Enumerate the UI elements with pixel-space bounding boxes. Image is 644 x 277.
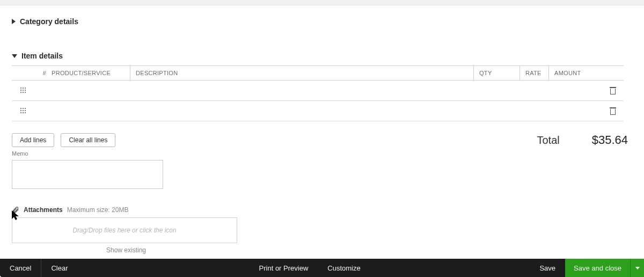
clear-all-lines-button[interactable]: Clear all lines <box>61 133 115 147</box>
form-content: Category details Item details # PRODUCT/… <box>0 5 644 254</box>
item-details-toggle[interactable]: Item details <box>12 52 632 60</box>
show-existing-link[interactable]: Show existing <box>12 246 632 254</box>
drag-handle-icon[interactable] <box>12 88 34 94</box>
col-header-product: PRODUCT/SERVICE <box>49 70 130 76</box>
save-and-close-button[interactable]: Save and close <box>565 259 630 277</box>
trash-icon <box>610 87 616 94</box>
table-header-row: # PRODUCT/SERVICE DESCRIPTION QTY RATE A… <box>12 65 624 81</box>
table-row[interactable] <box>12 81 624 101</box>
top-strip <box>0 0 644 5</box>
delete-row-button[interactable] <box>602 107 624 115</box>
add-lines-button[interactable]: Add lines <box>12 133 54 147</box>
save-and-close-split-button: Save and close <box>565 259 644 277</box>
clear-button[interactable]: Clear <box>41 259 77 277</box>
save-button[interactable]: Save <box>530 259 565 277</box>
memo-label: Memo <box>12 150 632 157</box>
cancel-button[interactable]: Cancel <box>0 259 41 277</box>
table-row[interactable] <box>12 101 624 121</box>
col-header-rate: RATE <box>519 66 548 80</box>
trash-icon <box>610 107 616 115</box>
delete-row-button[interactable] <box>602 87 624 94</box>
category-details-toggle[interactable]: Category details <box>12 17 632 26</box>
line-actions: Add lines Clear all lines <box>12 133 115 147</box>
footer-bar: Cancel Clear Print or Preview Customize … <box>0 259 644 277</box>
dropzone-text: Drag/Drop files here or click the icon <box>72 227 176 234</box>
item-details-table: # PRODUCT/SERVICE DESCRIPTION QTY RATE A… <box>12 65 624 121</box>
total-value: $35.64 <box>592 133 628 147</box>
col-header-amount: AMOUNT <box>548 66 602 80</box>
col-header-description: DESCRIPTION <box>130 66 473 80</box>
chevron-right-icon <box>12 19 16 24</box>
drag-handle-icon[interactable] <box>12 108 34 114</box>
memo-textarea[interactable] <box>12 160 163 189</box>
attachments-hint: Maximum size: 20MB <box>67 206 129 214</box>
attachments-dropzone[interactable]: Drag/Drop files here or click the icon <box>12 217 237 243</box>
save-and-close-dropdown[interactable] <box>630 259 644 277</box>
chevron-down-icon <box>635 267 640 269</box>
total-display: Total $35.64 <box>537 133 628 147</box>
chevron-down-icon <box>12 54 17 58</box>
customize-button[interactable]: Customize <box>318 264 370 272</box>
item-details-label: Item details <box>21 52 63 60</box>
total-label: Total <box>537 134 559 147</box>
attachments-label: Attachments <box>24 206 63 214</box>
print-preview-button[interactable]: Print or Preview <box>250 264 318 272</box>
attachments-header: Attachments Maximum size: 20MB <box>12 206 632 214</box>
col-header-qty: QTY <box>473 66 519 80</box>
category-details-label: Category details <box>20 17 78 26</box>
col-header-number: # <box>34 70 49 76</box>
cursor-icon <box>11 209 21 223</box>
